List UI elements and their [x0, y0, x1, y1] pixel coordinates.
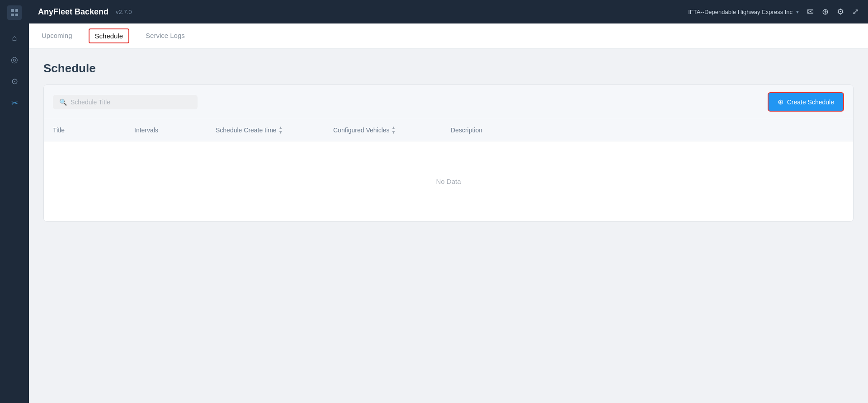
chevron-down-icon: ▼: [795, 9, 800, 14]
create-schedule-button[interactable]: ⊕ Create Schedule: [768, 92, 844, 112]
tab-service-logs[interactable]: Service Logs: [144, 23, 187, 49]
sort-icon-vehicles: ▲▼: [392, 126, 396, 135]
tools-icon[interactable]: ✂: [5, 94, 24, 112]
plus-icon: ⊕: [778, 98, 783, 106]
tab-schedule[interactable]: Schedule: [89, 28, 130, 43]
mail-icon[interactable]: ✉: [807, 7, 814, 17]
map-pin-icon[interactable]: ⊙: [5, 72, 24, 90]
app-title: AnyFleet Backend: [38, 7, 108, 17]
sort-icon: ▲▼: [278, 126, 283, 135]
sidebar: ⌂ ◎ ⊙ ✂: [0, 0, 29, 403]
content-area: Upcoming Schedule Service Logs Schedule …: [29, 23, 868, 403]
col-intervals: Intervals: [134, 126, 216, 135]
col-configured-vehicles[interactable]: Configured Vehicles ▲▼: [333, 126, 451, 135]
search-input[interactable]: [71, 98, 191, 106]
home-icon[interactable]: ⌂: [5, 29, 24, 47]
schedule-card: 🔍 ⊕ Create Schedule Title Interva: [43, 84, 854, 222]
col-title: Title: [53, 126, 134, 135]
topbar: AnyFleet Backend v2.7.0 IFTA--Dependable…: [29, 0, 868, 23]
page-title: Schedule: [43, 61, 854, 75]
topbar-actions: ✉ ⊕ ⚙ ⤢: [807, 7, 859, 17]
col-schedule-create-time[interactable]: Schedule Create time ▲▼: [216, 126, 333, 135]
tab-upcoming[interactable]: Upcoming: [40, 23, 74, 49]
table-header: Title Intervals Schedule Create time ▲▼ …: [44, 119, 853, 141]
card-toolbar: 🔍 ⊕ Create Schedule: [44, 85, 853, 119]
expand-icon[interactable]: ⤢: [852, 7, 859, 17]
search-icon: 🔍: [59, 98, 67, 106]
tab-bar: Upcoming Schedule Service Logs: [29, 23, 868, 49]
no-data-message: No Data: [44, 141, 853, 221]
page-content: Schedule 🔍 ⊕ Create Schedule: [29, 49, 868, 234]
company-name: IFTA--Dependable Highway Express Inc: [688, 9, 793, 15]
create-schedule-label: Create Schedule: [787, 98, 834, 106]
app-version: v2.7.0: [116, 9, 132, 15]
company-selector[interactable]: IFTA--Dependable Highway Express Inc ▼: [688, 9, 800, 15]
settings-icon[interactable]: ⚙: [837, 7, 844, 17]
search-box: 🔍: [53, 95, 198, 109]
main-area: AnyFleet Backend v2.7.0 IFTA--Dependable…: [29, 0, 868, 403]
globe-icon[interactable]: ⊕: [822, 7, 829, 17]
location-icon[interactable]: ◎: [5, 51, 24, 69]
col-description: Description: [451, 126, 844, 135]
app-logo[interactable]: [7, 5, 22, 20]
